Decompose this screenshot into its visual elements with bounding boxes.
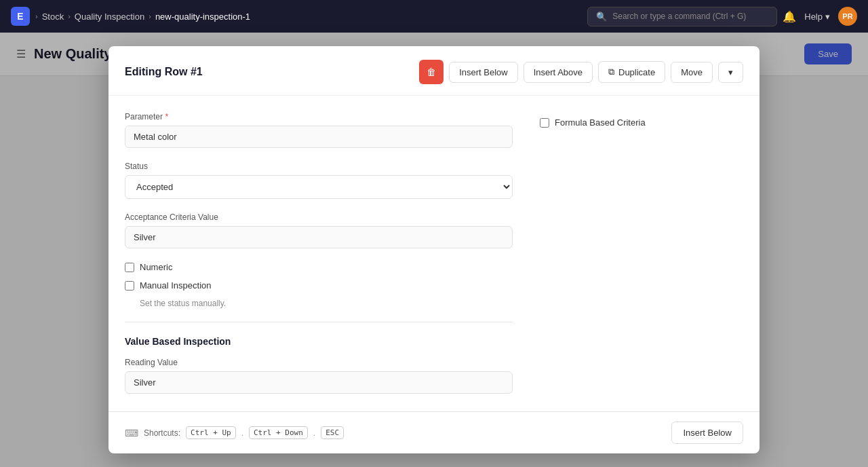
- parameter-label: Parameter *: [125, 112, 513, 122]
- section-divider: [125, 322, 513, 322]
- chevron-down-icon: ▾: [728, 67, 733, 77]
- main-area: ☰ New Quality Inspection Save Editing Ro…: [0, 33, 868, 467]
- help-menu[interactable]: Help ▾: [804, 12, 830, 22]
- modal-overlay[interactable]: Editing Row #1 🗑 Insert Below Insert Abo…: [0, 33, 868, 467]
- search-placeholder: Search or type a command (Ctrl + G): [612, 12, 746, 21]
- status-field-group: Status Accepted Rejected Pending: [125, 162, 513, 199]
- notification-bell-icon[interactable]: 🔔: [783, 10, 796, 23]
- manual-inspection-helper: Set the status manually.: [140, 299, 513, 308]
- acceptance-criteria-field-group: Acceptance Criteria Value: [125, 212, 513, 248]
- breadcrumb-sep-0: ›: [35, 12, 38, 20]
- shortcuts-label: Shortcuts:: [144, 428, 180, 438]
- insert-below-button[interactable]: Insert Below: [449, 62, 518, 83]
- value-based-section-title: Value Based Inspection: [125, 336, 513, 347]
- duplicate-button[interactable]: ⧉ Duplicate: [598, 61, 665, 83]
- shortcut-esc: ESC: [321, 426, 344, 439]
- edit-row-modal: Editing Row #1 🗑 Insert Below Insert Abo…: [108, 46, 760, 453]
- trash-icon: 🗑: [427, 67, 436, 77]
- formula-criteria-label[interactable]: Formula Based Criteria: [555, 117, 646, 128]
- status-select[interactable]: Accepted Rejected Pending: [125, 175, 513, 199]
- top-navigation: E › Stock › Quality Inspection › new-qua…: [0, 0, 868, 33]
- parameter-input[interactable]: [125, 126, 513, 148]
- modal-body: Parameter * Status Accepted Rejected Pen…: [108, 96, 760, 411]
- numeric-checkbox[interactable]: [125, 263, 134, 272]
- reading-value-input[interactable]: [125, 371, 513, 394]
- app-icon[interactable]: E: [11, 7, 30, 26]
- modal-right-column: Formula Based Criteria: [540, 112, 743, 395]
- global-search[interactable]: 🔍 Search or type a command (Ctrl + G): [587, 7, 777, 26]
- nav-right: 🔔 Help ▾ PR: [783, 7, 857, 26]
- modal-title: Editing Row #1: [125, 66, 408, 78]
- breadcrumb-quality-inspection[interactable]: Quality Inspection: [75, 12, 144, 22]
- search-icon: 🔍: [596, 12, 607, 22]
- formula-criteria-checkbox[interactable]: [540, 118, 549, 128]
- parameter-field-group: Parameter *: [125, 112, 513, 148]
- move-button[interactable]: Move: [671, 62, 713, 83]
- formula-criteria-checkbox-group: Formula Based Criteria: [540, 117, 743, 128]
- user-avatar[interactable]: PR: [838, 7, 857, 26]
- modal-footer: ⌨ Shortcuts: Ctrl + Up . Ctrl + Down . E…: [108, 411, 760, 453]
- shortcut-ctrl-up: Ctrl + Up: [186, 426, 236, 439]
- shortcut-ctrl-down: Ctrl + Down: [249, 426, 308, 439]
- breadcrumb-current: new-quality-inspection-1: [155, 12, 250, 22]
- numeric-checkbox-group: Numeric: [125, 262, 513, 272]
- reading-value-label: Reading Value: [125, 358, 513, 367]
- status-label: Status: [125, 162, 513, 171]
- numeric-label[interactable]: Numeric: [140, 262, 172, 272]
- delete-row-button[interactable]: 🗑: [419, 60, 443, 84]
- footer-insert-below-button[interactable]: Insert Below: [671, 422, 743, 444]
- breadcrumb: › Stock › Quality Inspection › new-quali…: [35, 12, 250, 22]
- manual-inspection-label[interactable]: Manual Inspection: [140, 280, 212, 291]
- manual-inspection-checkbox[interactable]: [125, 281, 134, 291]
- acceptance-criteria-input[interactable]: [125, 226, 513, 248]
- reading-value-field-group: Reading Value: [125, 358, 513, 394]
- breadcrumb-stock[interactable]: Stock: [42, 12, 64, 22]
- modal-actions: 🗑 Insert Below Insert Above ⧉ Duplicate …: [419, 60, 743, 84]
- insert-above-button[interactable]: Insert Above: [524, 62, 593, 83]
- more-actions-button[interactable]: ▾: [718, 62, 743, 83]
- shortcuts-area: ⌨ Shortcuts: Ctrl + Up . Ctrl + Down . E…: [125, 426, 660, 439]
- acceptance-criteria-label: Acceptance Criteria Value: [125, 212, 513, 222]
- keyboard-icon: ⌨: [125, 428, 138, 438]
- modal-header: Editing Row #1 🗑 Insert Below Insert Abo…: [108, 46, 760, 96]
- manual-inspection-checkbox-group: Manual Inspection: [125, 280, 513, 291]
- modal-left-column: Parameter * Status Accepted Rejected Pen…: [125, 112, 513, 395]
- help-chevron-icon: ▾: [825, 12, 830, 22]
- duplicate-icon: ⧉: [608, 67, 614, 77]
